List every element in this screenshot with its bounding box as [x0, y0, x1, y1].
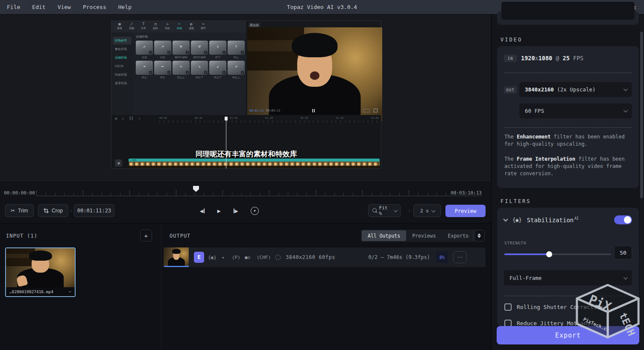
adjust-icon: ≈ — [202, 22, 204, 26]
embedded-tab-text: T文本 — [139, 22, 148, 32]
embedded-timeline-tools: ↺ ↻ ][ ▯ — [115, 116, 141, 121]
grid-header: 运镜转场 — [136, 35, 243, 39]
strength-slider[interactable] — [504, 253, 611, 255]
rolling-shutter-label: Rolling Shutter Correction — [517, 304, 604, 310]
clip-filmstrip — [129, 162, 380, 168]
sort-up-icon — [477, 233, 481, 235]
output-tabs: All Outputs Previews Exports — [361, 229, 475, 242]
divider — [504, 73, 632, 73]
step-back-button[interactable]: ◀ — [200, 208, 205, 214]
embedded-sidebar-item: 特效转场 — [113, 71, 132, 79]
enhancement-note: The Enhancement filter has been enabled … — [504, 133, 632, 148]
menu-file[interactable]: File — [7, 4, 20, 10]
out-badge: OUT — [504, 86, 517, 94]
separator-dot: · — [408, 208, 411, 214]
rolling-shutter-checkbox[interactable] — [504, 303, 512, 311]
person-cap — [29, 250, 52, 261]
timeline-end-time: 00:03:10:13 — [451, 190, 482, 196]
person-cap — [172, 249, 180, 254]
sort-button[interactable] — [473, 230, 485, 241]
thumbnail-progress-bar — [164, 266, 189, 267]
collapse-chevron-icon[interactable] — [503, 217, 508, 221]
burned-in-subtitle: 同理呢还有丰富的素材和特效库 — [111, 149, 381, 159]
scrollbar-thumb[interactable] — [640, 32, 643, 198]
effects-icon: ◇ — [166, 22, 168, 26]
embedded-sidebar-item: 转场效果 — [113, 37, 132, 44]
fullscreen-icon — [374, 109, 378, 112]
menubar: File Edit View Process Help — [0, 4, 132, 10]
window-title: Topaz Video AI v3.0.4 — [287, 4, 357, 10]
clip-header: ….mp4 — [129, 159, 380, 162]
menu-process[interactable]: Process — [83, 4, 106, 10]
loop-playback-button[interactable]: ▶ — [251, 207, 259, 215]
embedded-transition-grid: 运镜转场 ↙⇩拉远 ↗⇩拉近 ↻⇩顺时针旋转 ↺⇩逆时针旋转 ↓⇩向下 ↑⇩向上… — [133, 32, 246, 115]
current-timecode-field[interactable]: 00:01:11:23 — [74, 204, 114, 217]
embedded-timeline: ↺ ↻ ][ ▯ 00:00 00:30 01:00 01:30 02:00 0… — [111, 115, 381, 168]
output-more-button[interactable]: ⋯ — [453, 251, 467, 263]
input-video-specs: 1920x1080 @ 25 FPS — [521, 55, 583, 62]
bottom-panels: INPUT (1) + …6200419027416.mp4 ⋯ OUTPUT … — [0, 223, 491, 350]
embedded-clip: ….mp4 — [129, 159, 380, 168]
transition-thumb: ↙⇩向左下 — [209, 61, 226, 79]
zoom-level-dropdown[interactable]: Fit % — [368, 204, 401, 217]
sticker-icon: ◔ — [154, 22, 156, 26]
frame-interpolation-note: The Frame Interpolation filter has been … — [504, 156, 632, 177]
embedded-editor: ▣媒体 ♪音频 T文本 ◔贴纸 ◇特效 ✂转场 ◐滤镜 ≈调节 转场效果 叠化转… — [111, 21, 381, 115]
output-fps-dropdown[interactable]: 60 FPS — [519, 103, 632, 118]
stabilization-toggle[interactable] — [614, 215, 632, 224]
embedded-tab-effects: ◇特效 — [163, 22, 172, 32]
transport-controls: ◀ ▶ ▶ ▶ — [200, 204, 259, 217]
chf-icon: (CHF) — [257, 247, 271, 267]
input-file-card[interactable]: …6200419027416.mp4 ⋯ — [5, 247, 76, 297]
chevron-down-icon — [624, 275, 628, 279]
embedded-sidebar-item: 运镜转场 — [113, 54, 132, 62]
strength-value-field[interactable]: 50 — [614, 246, 632, 259]
embedded-ruler: 00:00 00:30 01:00 01:30 02:00 02:30 03:0… — [159, 118, 379, 123]
output-resolution-dropdown[interactable]: 3840x2160 (2x Upscale) — [519, 82, 632, 97]
grain-icon: ●o — [245, 247, 250, 267]
trim-button[interactable]: ✂ Trim — [5, 204, 34, 217]
timeline-playhead[interactable] — [193, 186, 199, 192]
output-progress-text: 0/2 – 7m46s (9.3fps) — [369, 247, 430, 267]
transition-thumb: ↻⇩顺时针旋转 — [173, 41, 190, 59]
preview-button[interactable]: Preview — [445, 205, 486, 217]
control-bar: ✂ Trim Crop · 00:01:11:23 ◀ ▶ ▶ ▶ Fit % … — [0, 203, 491, 223]
transition-thumb: ↑⇩向上 — [228, 41, 245, 59]
stabilization-mode-dropdown[interactable]: Full-Frame — [504, 270, 632, 285]
menu-edit[interactable]: Edit — [32, 4, 45, 10]
menu-view[interactable]: View — [58, 4, 71, 10]
undo-icon: ↺ — [115, 116, 117, 121]
scissors-icon: ✂ — [11, 208, 15, 214]
output-row[interactable]: E {◉} ✦ (P) ●o (CHF) 3840x2160 60fps 0/2… — [164, 247, 486, 267]
transition-thumb: ↗⇩拉近 — [154, 41, 171, 59]
reduce-jitter-checkbox[interactable] — [504, 320, 512, 327]
video-frame: ▣媒体 ♪音频 T文本 ◔贴纸 ◇特效 ✂转场 ◐滤镜 ≈调节 转场效果 叠化转… — [111, 21, 381, 169]
stabilization-header-row: {◉} StabilizationAI — [504, 215, 632, 226]
preview-canvas: ▣媒体 ♪音频 T文本 ◔贴纸 ◇特效 ✂转场 ◐滤镜 ≈调节 转场效果 叠化转… — [0, 15, 491, 182]
scrolled-card-partial — [497, 11, 639, 25]
crop-button[interactable]: Crop — [38, 204, 68, 217]
topaz-video-ai-window: File Edit View Process Help Topaz Video … — [0, 0, 644, 350]
divider — [504, 296, 632, 296]
play-button[interactable]: ▶ — [217, 208, 221, 214]
transition-thumb: ↘⇩向右下 — [191, 61, 208, 79]
strength-label: STRENGTH — [504, 241, 526, 245]
preview-interval-dropdown[interactable]: 2 s — [413, 204, 441, 217]
step-forward-button[interactable]: ▶ — [234, 208, 238, 214]
add-input-button[interactable]: + — [140, 229, 152, 241]
tab-previews[interactable]: Previews — [406, 230, 442, 241]
embedded-sidebar-item: 幻灯片 — [113, 62, 132, 70]
person-cap — [292, 33, 337, 57]
more-icon[interactable]: ⋯ — [69, 289, 71, 294]
menu-help[interactable]: Help — [118, 4, 132, 10]
embedded-sidebar-item: 叠化转场 — [113, 45, 132, 53]
p-filter-icon: (P) — [232, 247, 240, 267]
tab-all-outputs[interactable]: All Outputs — [362, 230, 406, 241]
slider-knob[interactable] — [546, 251, 552, 257]
split-icon: ][ — [129, 116, 134, 121]
player-bar: 00:01:11 00:03:11 — [246, 106, 381, 115]
timeline-ruler[interactable] — [36, 186, 483, 196]
export-button[interactable]: Export — [497, 326, 639, 344]
chevron-down-icon — [624, 87, 628, 91]
sparkle-icon: ✦ — [222, 247, 225, 267]
